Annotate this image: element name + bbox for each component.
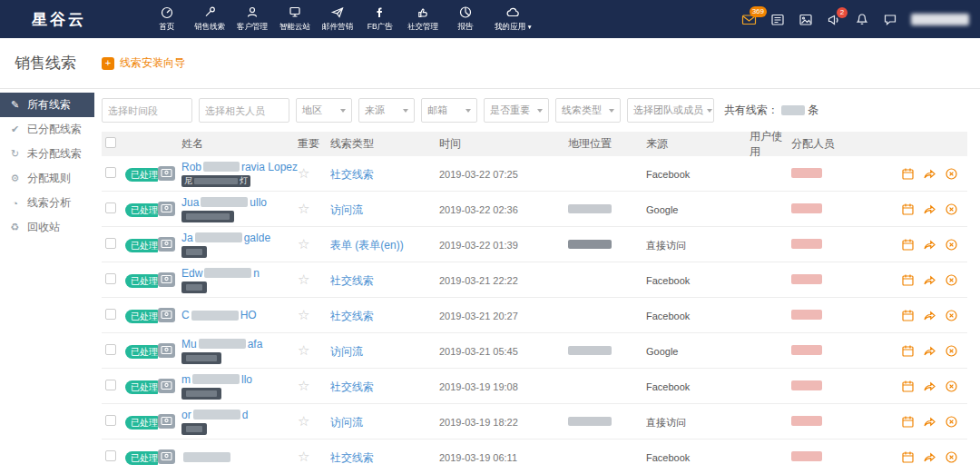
cancel-icon[interactable] bbox=[945, 344, 958, 358]
lead-type-link[interactable]: 社交线索 bbox=[330, 168, 374, 181]
sidebar-item-assigned-leads[interactable]: ✔ 已分配线索 bbox=[0, 117, 94, 142]
calendar-icon[interactable] bbox=[901, 167, 915, 181]
forward-icon[interactable] bbox=[923, 450, 936, 464]
cancel-icon[interactable] bbox=[945, 309, 958, 322]
nav-item-social[interactable]: 社交管理 bbox=[401, 0, 444, 38]
star-icon[interactable]: ☆ bbox=[298, 378, 309, 393]
forward-icon[interactable] bbox=[923, 309, 936, 322]
star-icon[interactable]: ☆ bbox=[298, 413, 309, 429]
row-checkbox[interactable] bbox=[105, 415, 116, 426]
related-person-input[interactable] bbox=[199, 98, 289, 123]
star-icon[interactable]: ☆ bbox=[298, 342, 309, 358]
cancel-icon[interactable] bbox=[945, 415, 958, 429]
lead-type-link[interactable]: 社交线索 bbox=[330, 451, 374, 464]
source-select[interactable]: 来源 bbox=[358, 98, 415, 123]
email-select[interactable]: 邮箱 bbox=[421, 98, 477, 123]
calendar-icon[interactable] bbox=[901, 380, 915, 393]
forward-icon[interactable] bbox=[923, 344, 936, 358]
star-icon[interactable]: ☆ bbox=[298, 272, 309, 287]
cancel-icon[interactable] bbox=[945, 273, 958, 287]
calendar-icon[interactable] bbox=[901, 309, 915, 322]
star-icon[interactable]: ☆ bbox=[298, 165, 309, 181]
row-checkbox[interactable] bbox=[105, 273, 116, 284]
row-checkbox[interactable] bbox=[105, 380, 116, 390]
calendar-icon[interactable] bbox=[901, 202, 915, 216]
nav-item-email-marketing[interactable]: 邮件营销 bbox=[316, 0, 358, 38]
sidebar-item-assign-rules[interactable]: ⚙ 分配规则 bbox=[0, 166, 94, 191]
nav-item-sales-leads[interactable]: 销售线索 bbox=[188, 0, 230, 38]
mail-icon[interactable]: 369 bbox=[741, 13, 757, 26]
nav-item-fb-ads[interactable]: FB广告 bbox=[358, 0, 401, 38]
forward-icon[interactable] bbox=[923, 380, 936, 393]
calendar-icon[interactable] bbox=[901, 415, 915, 429]
lead-type-select[interactable]: 线索类型 bbox=[555, 98, 621, 123]
row-checkbox[interactable] bbox=[105, 309, 116, 320]
username-redacted[interactable] bbox=[911, 14, 969, 25]
news-list-icon[interactable] bbox=[770, 13, 785, 26]
lead-assignee-redacted bbox=[791, 239, 822, 249]
row-checkbox[interactable] bbox=[105, 450, 116, 461]
status-badge: 已处理 bbox=[125, 380, 158, 394]
lead-type-link[interactable]: 表单 (表单(en)) bbox=[330, 239, 404, 252]
lead-name-link[interactable]: Robravia Lopez bbox=[181, 161, 298, 173]
cancel-icon[interactable] bbox=[945, 167, 958, 181]
forward-icon[interactable] bbox=[923, 202, 936, 216]
row-checkbox[interactable] bbox=[105, 238, 116, 249]
lead-type-link[interactable]: 社交线索 bbox=[330, 274, 374, 287]
lead-name-link[interactable]: mllo bbox=[181, 373, 298, 386]
forward-icon[interactable] bbox=[923, 273, 936, 287]
cancel-icon[interactable] bbox=[945, 450, 958, 464]
forward-icon[interactable] bbox=[923, 167, 936, 181]
lead-name-link[interactable]: CHO bbox=[181, 309, 298, 321]
lead-name-link[interactable]: Juaullo bbox=[181, 196, 298, 209]
lead-name-link[interactable]: ord bbox=[181, 409, 298, 421]
nav-item-reports[interactable]: 报告 bbox=[444, 0, 486, 38]
calendar-icon[interactable] bbox=[901, 273, 915, 287]
cancel-icon[interactable] bbox=[945, 202, 958, 216]
image-icon[interactable] bbox=[799, 13, 813, 26]
calendar-icon[interactable] bbox=[901, 450, 915, 464]
megaphone-icon[interactable]: 2 bbox=[827, 13, 841, 26]
calendar-icon[interactable] bbox=[901, 238, 915, 252]
lead-assignee-redacted bbox=[791, 345, 822, 355]
select-all-checkbox[interactable] bbox=[105, 137, 116, 148]
lead-name-link[interactable]: Jagalde bbox=[181, 232, 298, 244]
row-checkbox[interactable] bbox=[105, 167, 116, 178]
lead-tag-post: 灯 bbox=[240, 175, 248, 187]
forward-icon[interactable] bbox=[923, 415, 936, 429]
calendar-icon[interactable] bbox=[901, 344, 915, 358]
lead-name-link[interactable]: Muafa bbox=[181, 338, 298, 351]
lead-name-link[interactable]: Edwn bbox=[181, 267, 298, 280]
star-icon[interactable]: ☆ bbox=[298, 307, 309, 322]
lead-type-link[interactable]: 访问流 bbox=[330, 203, 363, 216]
row-checkbox[interactable] bbox=[105, 344, 116, 355]
team-member-select[interactable]: 选择团队或成员 bbox=[627, 98, 714, 123]
region-select[interactable]: 地区 bbox=[296, 98, 352, 123]
nav-item-home[interactable]: 首页 bbox=[145, 0, 188, 38]
nav-item-my-apps[interactable]: 我的应用 ▾ bbox=[486, 0, 539, 38]
star-icon[interactable]: ☆ bbox=[298, 236, 309, 252]
star-icon[interactable]: ☆ bbox=[298, 449, 309, 464]
star-icon[interactable]: ☆ bbox=[298, 201, 309, 216]
important-select[interactable]: 是否重要 bbox=[484, 98, 549, 123]
nav-item-customers[interactable]: 客户管理 bbox=[230, 0, 273, 38]
row-checkbox[interactable] bbox=[105, 202, 116, 213]
lead-type-link[interactable]: 访问流 bbox=[330, 416, 363, 429]
cancel-icon[interactable] bbox=[945, 380, 958, 393]
lead-type-link[interactable]: 访问流 bbox=[330, 345, 363, 358]
sidebar-item-unassigned-leads[interactable]: ↻ 未分配线索 bbox=[0, 142, 94, 166]
forward-icon[interactable] bbox=[923, 238, 936, 252]
sidebar-item-all-leads[interactable]: ✎ 所有线索 bbox=[0, 93, 94, 117]
time-range-input[interactable] bbox=[102, 98, 192, 123]
bell-icon[interactable] bbox=[855, 13, 869, 26]
lead-install-wizard-link[interactable]: + 线索安装向导 bbox=[102, 55, 185, 71]
cancel-icon[interactable] bbox=[945, 238, 958, 252]
sidebar-item-recycle-bin[interactable]: ♻ 回收站 bbox=[0, 215, 94, 240]
lead-name-link[interactable] bbox=[181, 452, 298, 462]
lead-type-link[interactable]: 社交线索 bbox=[330, 310, 374, 322]
lead-type-link[interactable]: 社交线索 bbox=[330, 380, 374, 393]
chat-icon[interactable] bbox=[883, 13, 897, 26]
col-user-usage: 用户使用 bbox=[750, 129, 791, 160]
nav-item-smart-site[interactable]: 智能云站 bbox=[273, 0, 316, 38]
sidebar-item-lead-analysis[interactable]: ◔ 线索分析 bbox=[0, 191, 94, 215]
